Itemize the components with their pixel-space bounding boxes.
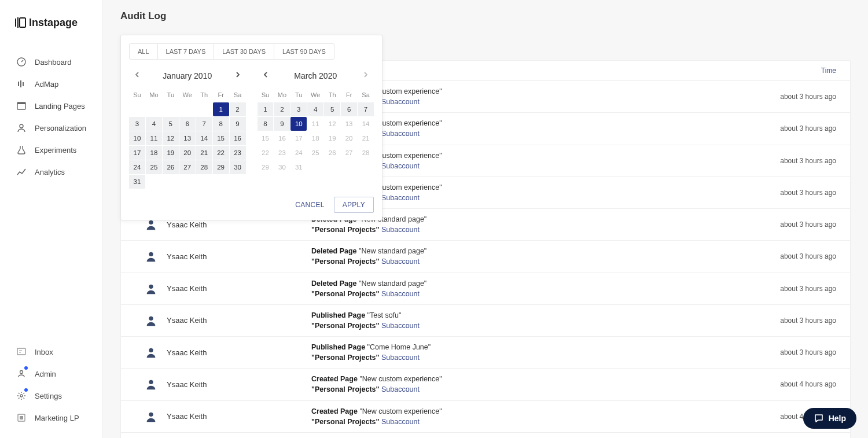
calendar-day[interactable]: 14 (196, 131, 212, 145)
subaccount-link[interactable]: Subaccount (381, 98, 420, 106)
calendar-day[interactable]: 21 (196, 146, 212, 160)
calendar-day[interactable]: 3 (290, 102, 307, 116)
calendar-day[interactable]: 28 (196, 160, 212, 174)
calendar-day[interactable]: 26 (324, 146, 340, 160)
prev-month-icon[interactable] (131, 69, 143, 82)
calendar-day[interactable]: 28 (358, 146, 374, 160)
calendar-day[interactable]: 12 (324, 117, 340, 131)
subaccount-link[interactable]: Subaccount (381, 130, 420, 138)
calendar-day[interactable]: 17 (290, 131, 307, 145)
subaccount-link[interactable]: Subaccount (381, 385, 420, 393)
nav-item-personalization[interactable]: Personalization (0, 117, 102, 139)
calendar-day[interactable]: 6 (341, 102, 357, 116)
calendar-day[interactable]: 9 (230, 117, 246, 131)
calendar-day[interactable]: 7 (358, 102, 374, 116)
calendar-day[interactable]: 1 (258, 102, 274, 116)
nav-item-marketinglp[interactable]: Marketing LP (0, 407, 102, 429)
calendar-day[interactable]: 31 (290, 160, 307, 174)
calendar-day[interactable]: 20 (341, 131, 357, 145)
subaccount-link[interactable]: Subaccount (381, 290, 420, 298)
calendar-day[interactable]: 29 (258, 160, 274, 174)
nav-item-landing-pages[interactable]: Landing Pages (0, 95, 102, 117)
help-button[interactable]: Help (803, 408, 856, 429)
calendar-day[interactable]: 29 (213, 160, 229, 174)
calendar-day[interactable]: 10 (129, 131, 145, 145)
nav-item-settings[interactable]: Settings (0, 385, 102, 407)
calendar-day[interactable]: 17 (129, 146, 145, 160)
brand-logo[interactable]: Instapage (0, 0, 102, 46)
nav-item-dashboard[interactable]: Dashboard (0, 51, 102, 73)
apply-button[interactable]: APPLY (334, 197, 374, 213)
calendar-day[interactable]: 23 (230, 146, 246, 160)
subaccount-link[interactable]: Subaccount (381, 322, 420, 330)
subaccount-link[interactable]: Subaccount (381, 162, 420, 170)
calendar-day[interactable]: 18 (146, 146, 162, 160)
calendar-day[interactable]: 2 (274, 102, 290, 116)
nav-item-inbox[interactable]: Inbox (0, 341, 102, 363)
calendar-day[interactable]: 30 (274, 160, 290, 174)
calendar-day[interactable]: 7 (196, 117, 212, 131)
calendar-day[interactable]: 4 (307, 102, 323, 116)
next-month-inner-icon[interactable] (232, 69, 244, 82)
calendar-day[interactable]: 3 (129, 117, 145, 131)
calendar-day[interactable]: 25 (146, 160, 162, 174)
calendar-day[interactable]: 26 (163, 160, 179, 174)
cancel-button[interactable]: CANCEL (295, 201, 324, 209)
preset-all[interactable]: ALL (130, 44, 158, 59)
calendar-day[interactable]: 23 (274, 146, 290, 160)
calendar-day[interactable]: 13 (179, 131, 196, 145)
calendar-day[interactable]: 18 (307, 131, 323, 145)
calendar-day[interactable]: 8 (258, 117, 274, 131)
calendar-day[interactable]: 22 (213, 146, 229, 160)
calendar-day[interactable]: 6 (179, 117, 196, 131)
calendar-day[interactable]: 27 (341, 146, 357, 160)
calendar-day[interactable]: 25 (307, 146, 323, 160)
calendar-day[interactable]: 19 (163, 146, 179, 160)
calendar-day[interactable]: 16 (230, 131, 246, 145)
calendar-day[interactable]: 27 (179, 160, 196, 174)
preset-last-90-days[interactable]: LAST 90 DAYS (274, 44, 334, 59)
nav-item-admap[interactable]: AdMap (0, 73, 102, 95)
calendar-day[interactable]: 14 (358, 117, 374, 131)
calendar-day[interactable]: 15 (213, 131, 229, 145)
calendar-day[interactable]: 1 (213, 102, 229, 116)
calendar-day[interactable]: 4 (146, 117, 162, 131)
calendar-day[interactable]: 31 (129, 175, 145, 189)
calendar-left: January 2010 SuMoTuWeThFrSa1234567891011… (129, 65, 246, 189)
preset-last-7-days[interactable]: LAST 7 DAYS (158, 44, 215, 59)
calendar-day[interactable]: 2 (230, 102, 246, 116)
calendar-day[interactable]: 5 (324, 102, 340, 116)
nav-item-analytics[interactable]: Analytics (0, 161, 102, 183)
calendar-day[interactable]: 21 (358, 131, 374, 145)
calendar-day[interactable]: 5 (163, 117, 179, 131)
calendar-day[interactable]: 11 (307, 117, 323, 131)
svg-point-22 (149, 316, 153, 321)
nav-item-experiments[interactable]: Experiments (0, 139, 102, 161)
subaccount-link[interactable]: Subaccount (381, 226, 420, 234)
next-month-icon[interactable] (360, 69, 372, 82)
subaccount-link[interactable]: Subaccount (381, 257, 420, 266)
calendar-day[interactable]: 9 (274, 117, 290, 131)
calendar-day[interactable]: 24 (290, 146, 307, 160)
calendar-day[interactable]: 10 (290, 117, 307, 131)
calendar-day[interactable]: 15 (258, 131, 274, 145)
event-description: Published Page "Come Home June""Personal… (311, 342, 738, 363)
preset-last-30-days[interactable]: LAST 30 DAYS (214, 44, 274, 59)
subaccount-link[interactable]: Subaccount (381, 194, 420, 202)
prev-month-inner-icon[interactable] (260, 69, 271, 82)
calendar-day[interactable]: 13 (341, 117, 357, 131)
calendar-day[interactable]: 24 (129, 160, 145, 174)
calendar-day[interactable]: 12 (163, 131, 179, 145)
calendar-day[interactable]: 20 (179, 146, 196, 160)
subaccount-link[interactable]: Subaccount (381, 354, 420, 362)
calendar-day[interactable]: 8 (213, 117, 229, 131)
nav-item-admin[interactable]: Admin (0, 363, 102, 385)
calendar-day[interactable]: 19 (324, 131, 340, 145)
calendar-day (146, 102, 162, 116)
calendar-day[interactable]: 11 (146, 131, 162, 145)
calendar-day[interactable]: 30 (230, 160, 246, 174)
date-range-picker[interactable]: ALLLAST 7 DAYSLAST 30 DAYSLAST 90 DAYS J… (120, 35, 382, 220)
calendar-day[interactable]: 22 (258, 146, 274, 160)
calendar-day[interactable]: 16 (274, 131, 290, 145)
subaccount-link[interactable]: Subaccount (381, 418, 420, 426)
